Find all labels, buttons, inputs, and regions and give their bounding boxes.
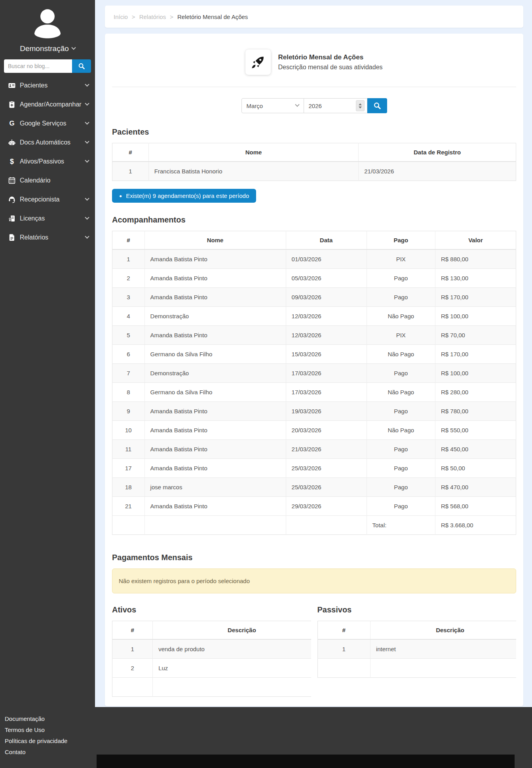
chevron-down-icon: [85, 82, 89, 87]
chevron-down-icon: [71, 46, 76, 50]
table-cell: R$ 550,00: [435, 421, 516, 440]
breadcrumb-item-inicio[interactable]: Início: [114, 13, 128, 20]
sidebar-item-google-servicos[interactable]: GGoogle Serviços: [0, 114, 95, 133]
sidebar-item-licencas[interactable]: Licenças: [0, 209, 95, 228]
table-row: 1venda de produto1: [112, 639, 311, 659]
table-cell: 19/03/2026: [286, 402, 367, 421]
table-cell: R$ 170,00: [435, 288, 516, 307]
empty-alert: Não existem registros para o período sel…: [112, 568, 516, 593]
table-cell: [112, 516, 145, 535]
table-cell: venda de produto: [153, 639, 311, 659]
avatar: [0, 0, 95, 42]
sidebar-item-ativos-passivos[interactable]: $Ativos/Passivos: [0, 152, 95, 171]
sidebar-item-recepcionista[interactable]: Recepcionista: [0, 190, 95, 209]
spinner-down-icon: [359, 106, 362, 108]
dollar-icon: $: [8, 158, 16, 165]
sidebar-nav: PacientesAgendar/AcompanharGGoogle Servi…: [0, 76, 95, 247]
passivos-column: Passivos #Descrição1internet28/03/2026To…: [317, 597, 517, 697]
sidebar-item-relatorios[interactable]: Relatórios: [0, 228, 95, 247]
table-cell: R$ 780,00: [435, 402, 516, 421]
search-button[interactable]: [72, 59, 91, 73]
table-cell: [144, 516, 286, 535]
table-cell: Amanda Batista Pinto: [144, 249, 286, 269]
breadcrumb-separator: >: [170, 13, 173, 20]
svg-text:$: $: [10, 158, 14, 165]
sidebar-item-label: Ativos/Passivos: [20, 158, 86, 165]
table-cell: Amanda Batista Pinto: [144, 497, 286, 516]
table-cell: PIX: [367, 249, 435, 269]
table-cell: Demonstração: [144, 364, 286, 383]
pacientes-table: #NomeData de Registro1Francisca Batista …: [112, 143, 516, 181]
sidebar-item-calendario[interactable]: Calendário: [0, 171, 95, 190]
table-cell: Amanda Batista Pinto: [144, 269, 286, 288]
table-cell: 21/03/2026: [359, 162, 516, 181]
year-input[interactable]: 2026: [304, 98, 367, 113]
sidebar-item-docs-automaticos[interactable]: Docs Automáticos: [0, 133, 95, 152]
table-cell: Pago: [367, 364, 435, 383]
sidebar-item-agendar-acompanhar[interactable]: Agendar/Acompanhar: [0, 95, 95, 114]
table-cell: R$ 170,00: [435, 345, 516, 364]
page-title: Reletório Mensal de Ações: [278, 53, 382, 61]
table-cell: R$ 3.668,00: [435, 516, 516, 535]
id-card-icon: [8, 82, 16, 89]
table-header-row: #Descrição: [317, 621, 516, 640]
number-spinner[interactable]: [356, 100, 365, 111]
sidebar-item-label: Docs Automáticos: [20, 139, 86, 146]
table-cell: Não Pago: [367, 383, 435, 402]
column-header: Nome: [144, 231, 286, 250]
breadcrumb-item-relatorios[interactable]: Relatórios: [139, 13, 166, 20]
table-cell: 7: [112, 364, 145, 383]
footer-link-politicas-de-privacidade[interactable]: Políticas de privacidade: [5, 736, 532, 747]
ativos-column: Ativos #Descrição1venda de produto12Luz2…: [112, 597, 311, 697]
footer: DocumentaçãoTermos de UsoPolíticas de pr…: [0, 707, 532, 768]
column-header: #: [112, 231, 145, 250]
footer-bottom-bar: [97, 755, 515, 768]
search-input[interactable]: [4, 59, 72, 73]
breadcrumb-separator: >: [132, 13, 135, 20]
table-cell: Amanda Batista Pinto: [144, 459, 286, 478]
table-cell: Não Pago: [367, 345, 435, 364]
table-cell: 25/03/2026: [286, 478, 367, 497]
user-menu[interactable]: Demonstração: [0, 44, 95, 53]
report-card: Reletório Mensal de Ações Descrição mens…: [105, 34, 523, 706]
sidebar-item-label: Agendar/Acompanhar: [20, 101, 86, 108]
footer-link-documentacao[interactable]: Documentação: [5, 713, 532, 724]
table-row: 18jose marcos25/03/2026PagoR$ 470,00: [112, 478, 516, 497]
table-cell: Amanda Batista Pinto: [144, 421, 286, 440]
ativos-table: #Descrição1venda de produto12Luz2Total: [112, 621, 311, 697]
table-cell: 17: [112, 459, 145, 478]
footer-link-termos-de-uso[interactable]: Termos de Uso: [5, 724, 532, 736]
page-subtitle: Descrição mensal de suas atividades: [278, 64, 382, 71]
sidebar-item-pacientes[interactable]: Pacientes: [0, 76, 95, 95]
table-cell: R$ 100,00: [435, 307, 516, 326]
table-cell: 21/03/2026: [286, 440, 367, 459]
table-total-row: Total: [112, 678, 311, 697]
table-row: 5Amanda Batista Pinto12/03/2026PIXR$ 70,…: [112, 326, 516, 345]
file-lines-icon: [8, 234, 16, 241]
report-header: Reletório Mensal de Ações Descrição mens…: [112, 34, 516, 87]
search-icon: [78, 63, 85, 70]
certificate-icon: [8, 215, 16, 222]
column-header: #: [112, 621, 153, 640]
table-cell: Demonstração: [144, 307, 286, 326]
breadcrumb-item-reletorio-mensal-de-acoes: Reletório Mensal de Ações: [177, 13, 248, 20]
chevron-down-icon: [85, 196, 89, 201]
table-cell: R$ 450,00: [435, 440, 516, 459]
table-cell: 18: [112, 478, 145, 497]
table-total-row: Total:R$ 3.668,00: [112, 516, 516, 535]
table-cell: 2: [112, 269, 145, 288]
filter-search-button[interactable]: [367, 98, 387, 113]
table-cell: R$ 50,00: [435, 459, 516, 478]
svg-text:G: G: [9, 120, 14, 127]
table-cell: 10: [112, 421, 145, 440]
sidebar-item-label: Google Serviços: [20, 120, 86, 127]
table-row: 6Germano da Silva Filho15/03/2026Não Pag…: [112, 345, 516, 364]
column-header: Descrição: [370, 621, 516, 640]
table-cell: Pago: [367, 269, 435, 288]
table-cell: [370, 659, 516, 678]
table-cell: Não Pago: [367, 421, 435, 440]
table-cell: Pago: [367, 497, 435, 516]
table-cell: 4: [112, 307, 145, 326]
table-header-row: #NomeDataPagoValor: [112, 231, 516, 250]
month-select[interactable]: Março: [241, 98, 304, 113]
